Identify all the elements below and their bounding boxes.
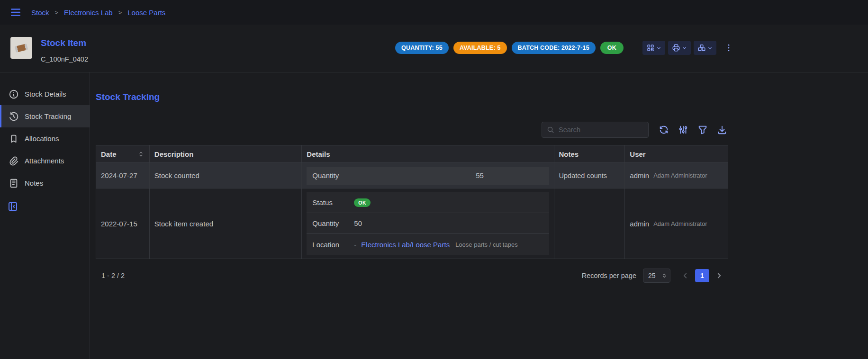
table-footer: 1 - 2 / 2 Records per page 25 1 bbox=[96, 269, 728, 283]
cell-details: Status OK Quantity 50 Location - Electro… bbox=[302, 188, 554, 259]
qrcode-icon bbox=[646, 44, 655, 52]
pagination: 1 bbox=[681, 269, 723, 282]
sidebar-item-stock-tracking[interactable]: Stock Tracking bbox=[0, 105, 90, 127]
search-input[interactable] bbox=[559, 126, 643, 134]
ok-status-badge: OK bbox=[354, 198, 371, 207]
adjustments-icon bbox=[678, 125, 688, 135]
sidebar-collapse-button[interactable] bbox=[7, 201, 18, 212]
detail-key: Quantity bbox=[312, 219, 354, 227]
sidebar-item-label: Notes bbox=[25, 179, 43, 187]
sidebar-item-notes[interactable]: Notes bbox=[0, 172, 90, 194]
quantity-badge: QUANTITY: 55 bbox=[395, 42, 449, 54]
table-row: 2024-07-27 Stock counted Quantity 55 Upd… bbox=[96, 162, 728, 188]
user-fullname: Adam Administrator bbox=[653, 172, 707, 179]
section-title: Stock Tracking bbox=[96, 92, 728, 102]
sidebar-item-stock-details[interactable]: Stock Details bbox=[0, 83, 90, 105]
chevron-down-icon bbox=[682, 45, 687, 51]
hamburger-icon bbox=[9, 6, 22, 18]
table-header-row: Date Description Details Notes User bbox=[96, 145, 728, 162]
column-header-details: Details bbox=[302, 145, 554, 162]
username: admin bbox=[630, 171, 649, 180]
cell-description: Stock counted bbox=[150, 163, 302, 188]
status-badges: QUANTITY: 55 AVAILABLE: 5 BATCH CODE: 20… bbox=[395, 42, 624, 54]
sidebar: Stock Details Stock Tracking Allocations… bbox=[0, 72, 90, 359]
search-box bbox=[542, 122, 649, 138]
detail-key: Status bbox=[312, 198, 354, 206]
main-panel: Stock Tracking bbox=[96, 72, 728, 359]
table-toolbar bbox=[96, 122, 728, 138]
column-header-user: User bbox=[625, 145, 728, 162]
chevron-down-icon bbox=[656, 45, 661, 51]
breadcrumb: Stock > Electronics Lab > Loose Parts bbox=[31, 9, 165, 17]
sidebar-item-label: Stock Details bbox=[25, 90, 66, 98]
status-badge: OK bbox=[600, 42, 624, 54]
sidebar-collapse-icon bbox=[7, 201, 18, 212]
page-size-select[interactable]: 25 bbox=[643, 269, 670, 283]
chevron-down-icon bbox=[707, 45, 713, 51]
detail-value: 55 bbox=[416, 171, 543, 180]
cell-date: 2022-07-15 bbox=[96, 188, 150, 259]
chevron-left-icon bbox=[681, 271, 689, 280]
cell-notes bbox=[554, 188, 625, 259]
batch-code-badge: BATCH CODE: 2022-7-15 bbox=[512, 42, 596, 54]
breadcrumb-electronics-lab[interactable]: Electronics Lab bbox=[64, 9, 113, 17]
stock-item-name: C_100nF_0402 bbox=[41, 55, 88, 63]
download-icon bbox=[717, 125, 727, 135]
selector-icon bbox=[661, 272, 668, 279]
detail-key: Quantity bbox=[312, 171, 416, 180]
top-navbar: Stock > Electronics Lab > Loose Parts bbox=[0, 0, 868, 25]
refresh-button[interactable] bbox=[658, 124, 670, 136]
overflow-menu-button[interactable] bbox=[724, 43, 733, 53]
detail-row-location: Location - Electronics Lab/Loose Parts L… bbox=[307, 234, 549, 255]
breadcrumb-loose-parts[interactable]: Loose Parts bbox=[127, 9, 165, 17]
cell-user: admin Adam Administrator bbox=[625, 163, 728, 188]
hamburger-menu-button[interactable] bbox=[9, 6, 22, 18]
history-icon bbox=[9, 111, 19, 122]
paperclip-icon bbox=[9, 156, 19, 166]
location-description: Loose parts / cut tapes bbox=[455, 241, 518, 248]
notes-icon bbox=[9, 178, 19, 188]
cell-description: Stock item created bbox=[150, 188, 302, 259]
breadcrumb-separator: > bbox=[55, 9, 59, 16]
previous-page-button[interactable] bbox=[681, 271, 689, 280]
page-title: Stock Item bbox=[41, 38, 88, 48]
filter-button[interactable] bbox=[696, 124, 709, 136]
record-range: 1 - 2 / 2 bbox=[101, 272, 125, 279]
detail-value: 50 bbox=[354, 219, 362, 227]
capacitor-image bbox=[15, 44, 28, 53]
cell-notes: Updated counts bbox=[554, 163, 625, 188]
username: admin bbox=[630, 220, 649, 228]
download-button[interactable] bbox=[716, 124, 728, 136]
stock-item-thumbnail[interactable] bbox=[10, 37, 32, 59]
column-header-description: Description bbox=[150, 145, 302, 162]
cell-user: admin Adam Administrator bbox=[625, 188, 728, 259]
sidebar-item-label: Stock Tracking bbox=[25, 112, 71, 120]
page-size-value: 25 bbox=[648, 272, 656, 279]
printer-icon bbox=[672, 44, 680, 52]
user-fullname: Adam Administrator bbox=[653, 220, 707, 227]
packages-icon bbox=[697, 44, 706, 52]
sidebar-item-label: Attachments bbox=[25, 157, 64, 165]
refresh-icon bbox=[659, 125, 669, 135]
filter-icon bbox=[697, 125, 708, 135]
barcode-actions-button[interactable] bbox=[642, 41, 665, 55]
table-row: 2022-07-15 Stock item created Status OK … bbox=[96, 188, 728, 259]
info-circle-icon bbox=[9, 89, 19, 99]
column-header-date[interactable]: Date bbox=[96, 145, 150, 162]
table-options-button[interactable] bbox=[677, 124, 689, 136]
location-link[interactable]: Electronics Lab/Loose Parts bbox=[361, 241, 450, 249]
column-header-notes: Notes bbox=[554, 145, 625, 162]
breadcrumb-stock[interactable]: Stock bbox=[31, 9, 49, 17]
chevron-right-icon bbox=[715, 271, 723, 280]
stock-operations-button[interactable] bbox=[694, 41, 716, 55]
cell-date: 2024-07-27 bbox=[96, 163, 150, 188]
sidebar-item-allocations[interactable]: Allocations bbox=[0, 127, 90, 150]
section-divider bbox=[96, 112, 728, 112]
page-1-button[interactable]: 1 bbox=[695, 269, 709, 282]
search-icon bbox=[547, 126, 555, 134]
breadcrumb-separator: > bbox=[118, 9, 122, 16]
print-actions-button[interactable] bbox=[668, 41, 691, 55]
bookmark-icon bbox=[9, 134, 19, 144]
next-page-button[interactable] bbox=[715, 271, 723, 280]
sidebar-item-attachments[interactable]: Attachments bbox=[0, 150, 90, 172]
